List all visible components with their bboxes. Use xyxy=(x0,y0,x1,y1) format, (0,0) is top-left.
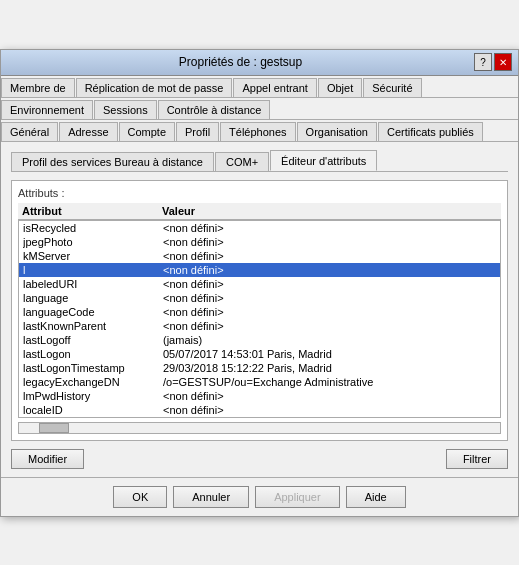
cell-attribute: lastLogoff xyxy=(23,334,163,346)
attributes-scroll[interactable]: isRecycled<non défini>jpegPhoto<non défi… xyxy=(18,220,501,418)
cell-value: <non défini> xyxy=(163,264,496,276)
table-row[interactable]: lastLogonTimestamp29/03/2018 15:12:22 Pa… xyxy=(19,361,500,375)
cell-value: 05/07/2017 14:53:01 Paris, Madrid xyxy=(163,348,496,360)
table-row[interactable]: lastLogoff(jamais) xyxy=(19,333,500,347)
table-row[interactable]: jpegPhoto<non défini> xyxy=(19,235,500,249)
table-row[interactable]: isRecycled<non défini> xyxy=(19,221,500,235)
tab-objet[interactable]: Objet xyxy=(318,78,362,97)
attributes-group: Attributs : Attribut Valeur isRecycled<n… xyxy=(11,180,508,441)
cell-attribute: localeID xyxy=(23,404,163,416)
table-row[interactable]: language<non défini> xyxy=(19,291,500,305)
table-row[interactable]: labeledURI<non défini> xyxy=(19,277,500,291)
cell-attribute: lastLogon xyxy=(23,348,163,360)
cell-value: <non défini> xyxy=(163,222,496,234)
modifier-button[interactable]: Modifier xyxy=(11,449,84,469)
table-header: Attribut Valeur xyxy=(18,203,501,220)
tab-compte[interactable]: Compte xyxy=(119,122,176,141)
tab-organisation[interactable]: Organisation xyxy=(297,122,377,141)
sub-tab-profil-services[interactable]: Profil des services Bureau à distance xyxy=(11,152,214,171)
tab-telephones[interactable]: Téléphones xyxy=(220,122,296,141)
tab-general[interactable]: Général xyxy=(1,122,58,141)
cell-attribute: l xyxy=(23,264,163,276)
cancel-button[interactable]: Annuler xyxy=(173,486,249,508)
tab-securite[interactable]: Sécurité xyxy=(363,78,421,97)
filtrer-button[interactable]: Filtrer xyxy=(446,449,508,469)
table-row[interactable]: legacyExchangeDN/o=GESTSUP/ou=Exchange A… xyxy=(19,375,500,389)
table-row[interactable]: kMServer<non défini> xyxy=(19,249,500,263)
tab-certificats[interactable]: Certificats publiés xyxy=(378,122,483,141)
title-bar: Propriétés de : gestsup ? ✕ xyxy=(1,50,518,76)
help-button[interactable]: ? xyxy=(474,53,492,71)
table-row[interactable]: lastKnownParent<non défini> xyxy=(19,319,500,333)
cell-value: <non défini> xyxy=(163,404,496,416)
cell-attribute: lastLogonTimestamp xyxy=(23,362,163,374)
cell-value: <non défini> xyxy=(163,278,496,290)
cell-value: <non défini> xyxy=(163,390,496,402)
cell-attribute: legacyExchangeDN xyxy=(23,376,163,388)
cell-attribute: isRecycled xyxy=(23,222,163,234)
table-row[interactable]: localeID<non défini> xyxy=(19,403,500,417)
tabs-row3: Général Adresse Compte Profil Téléphones… xyxy=(1,120,518,142)
close-button[interactable]: ✕ xyxy=(494,53,512,71)
tab-environnement[interactable]: Environnement xyxy=(1,100,93,119)
help-footer-button[interactable]: Aide xyxy=(346,486,406,508)
table-row[interactable]: languageCode<non défini> xyxy=(19,305,500,319)
tab-adresse[interactable]: Adresse xyxy=(59,122,117,141)
table-row[interactable]: lastLogon05/07/2017 14:53:01 Paris, Madr… xyxy=(19,347,500,361)
content-area: Profil des services Bureau à distance CO… xyxy=(1,142,518,477)
cell-value: <non défini> xyxy=(163,292,496,304)
hscroll[interactable] xyxy=(18,422,501,434)
title-bar-buttons: ? ✕ xyxy=(474,53,512,71)
cell-attribute: lmPwdHistory xyxy=(23,390,163,402)
cell-attribute: jpegPhoto xyxy=(23,236,163,248)
cell-value: <non défini> xyxy=(163,320,496,332)
ok-button[interactable]: OK xyxy=(113,486,167,508)
tab-replication[interactable]: Réplication de mot de passe xyxy=(76,78,233,97)
cell-value: (jamais) xyxy=(163,334,496,346)
cell-value: <non défini> xyxy=(163,250,496,262)
col-header-value: Valeur xyxy=(162,205,497,217)
cell-value: 29/03/2018 15:12:22 Paris, Madrid xyxy=(163,362,496,374)
window: Propriétés de : gestsup ? ✕ Membre de Ré… xyxy=(0,49,519,517)
window-title: Propriétés de : gestsup xyxy=(7,55,474,69)
scrollbar-area xyxy=(18,422,501,434)
sub-tabs-row: Profil des services Bureau à distance CO… xyxy=(11,150,508,172)
cell-attribute: kMServer xyxy=(23,250,163,262)
table-row[interactable]: lmPwdHistory<non défini> xyxy=(19,389,500,403)
footer-buttons: OK Annuler Appliquer Aide xyxy=(1,477,518,516)
cell-attribute: labeledURI xyxy=(23,278,163,290)
tab-profil[interactable]: Profil xyxy=(176,122,219,141)
cell-value: <non défini> xyxy=(163,236,496,248)
sub-tab-com[interactable]: COM+ xyxy=(215,152,269,171)
cell-attribute: language xyxy=(23,292,163,304)
bottom-buttons: Modifier Filtrer xyxy=(11,449,508,469)
cell-value: /o=GESTSUP/ou=Exchange Administrative xyxy=(163,376,496,388)
cell-attribute: lastKnownParent xyxy=(23,320,163,332)
cell-value: <non défini> xyxy=(163,306,496,318)
sub-tab-editeur[interactable]: Éditeur d'attributs xyxy=(270,150,377,171)
tab-sessions[interactable]: Sessions xyxy=(94,100,157,119)
table-row[interactable]: l<non défini> xyxy=(19,263,500,277)
tab-controle[interactable]: Contrôle à distance xyxy=(158,100,271,119)
tabs-row1: Membre de Réplication de mot de passe Ap… xyxy=(1,76,518,98)
hscroll-thumb xyxy=(39,423,69,433)
tab-membre[interactable]: Membre de xyxy=(1,78,75,97)
apply-button[interactable]: Appliquer xyxy=(255,486,339,508)
tab-appel[interactable]: Appel entrant xyxy=(233,78,316,97)
tabs-row2: Environnement Sessions Contrôle à distan… xyxy=(1,98,518,120)
cell-attribute: languageCode xyxy=(23,306,163,318)
group-label: Attributs : xyxy=(18,187,501,199)
col-header-attribute: Attribut xyxy=(22,205,162,217)
